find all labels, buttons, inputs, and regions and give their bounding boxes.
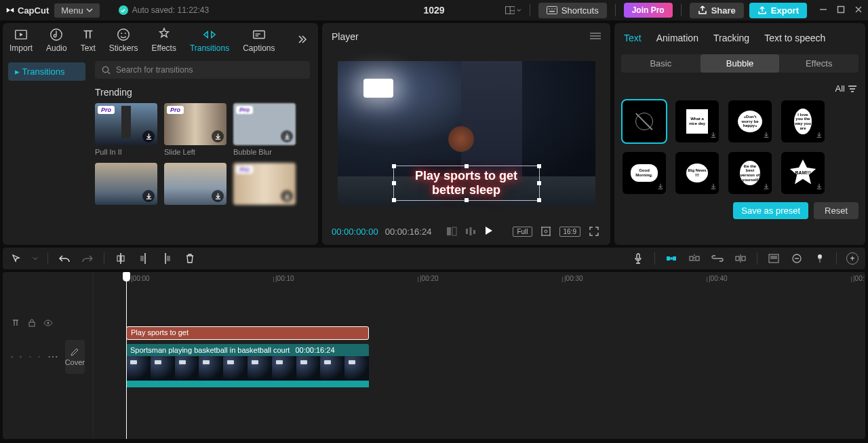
download-icon[interactable] xyxy=(212,130,224,142)
video-track-icon xyxy=(11,352,13,362)
close-button[interactable] xyxy=(854,5,863,16)
svg-rect-48 xyxy=(770,256,777,259)
bubble-preset[interactable]: Big News !!! xyxy=(675,152,719,194)
lock-icon[interactable] xyxy=(27,318,37,328)
clip-preview-button[interactable] xyxy=(767,252,781,265)
subtab-bubble[interactable]: Bubble xyxy=(701,54,780,73)
more-track-options[interactable]: ⋯ xyxy=(47,353,58,360)
transition-thumb[interactable]: Pro xyxy=(233,163,296,205)
tab-import[interactable]: Import xyxy=(9,27,33,53)
tab-transitions[interactable]: Transitions xyxy=(190,27,229,53)
zoom-slider[interactable] xyxy=(813,252,827,265)
eye-icon[interactable] xyxy=(29,352,31,362)
share-button[interactable]: Share xyxy=(690,3,744,18)
bubble-preset[interactable]: Be the best version of yourself xyxy=(728,152,772,194)
sidebar-item-transitions[interactable]: ▸ Transitions xyxy=(8,62,85,81)
player-menu-icon[interactable] xyxy=(590,32,601,42)
compare-icon[interactable] xyxy=(445,225,458,238)
ratio-button[interactable]: 16:9 xyxy=(559,227,580,237)
mute-icon[interactable] xyxy=(38,352,40,362)
auto-snap-button[interactable] xyxy=(688,252,701,265)
shortcuts-button[interactable]: Shortcuts xyxy=(538,3,607,18)
split-button[interactable] xyxy=(114,252,127,265)
download-icon[interactable] xyxy=(142,190,155,202)
bubble-preset[interactable]: I love you the way you are xyxy=(781,100,825,142)
record-audio-button[interactable] xyxy=(631,252,645,265)
subtab-effects[interactable]: Effects xyxy=(779,54,859,73)
transition-thumb[interactable] xyxy=(164,163,226,205)
search-input[interactable]: Search for transitions xyxy=(95,61,310,79)
video-preview[interactable]: Play sports to get better sleep xyxy=(338,61,595,206)
tab-animation[interactable]: Animation xyxy=(656,33,698,43)
join-pro-button[interactable]: Join Pro xyxy=(624,3,673,18)
subtab-basic[interactable]: Basic xyxy=(621,54,701,73)
bubble-preset[interactable]: BAM!!! xyxy=(781,152,825,194)
quality-icon[interactable] xyxy=(464,225,477,238)
download-icon[interactable] xyxy=(710,130,717,140)
chevron-down-icon[interactable] xyxy=(33,256,38,261)
download-icon[interactable] xyxy=(763,182,770,192)
download-icon[interactable] xyxy=(710,182,717,192)
delete-button[interactable] xyxy=(183,252,197,265)
download-icon[interactable] xyxy=(657,182,664,192)
zoom-in-button[interactable]: + xyxy=(846,252,859,265)
linkage-button[interactable] xyxy=(711,252,724,265)
download-icon[interactable] xyxy=(281,190,293,202)
download-icon[interactable] xyxy=(763,130,770,140)
tab-text[interactable]: Text xyxy=(624,33,642,43)
save-preset-button[interactable]: Save as preset xyxy=(733,202,808,219)
text-overlay[interactable]: Play sports to get better sleep xyxy=(393,166,540,200)
lock-icon[interactable] xyxy=(20,352,22,362)
transition-thumb[interactable]: Pro Pull In II xyxy=(95,103,157,156)
download-icon[interactable] xyxy=(816,182,823,192)
menu-button[interactable]: Menu xyxy=(54,3,100,18)
playhead[interactable] xyxy=(126,272,127,439)
project-title[interactable]: 1029 xyxy=(423,5,444,16)
tab-captions[interactable]: Captions xyxy=(243,27,275,53)
layout-button[interactable] xyxy=(505,2,521,18)
delete-right-button[interactable] xyxy=(160,252,174,265)
bubble-preset[interactable]: «Don't worry be happy» xyxy=(728,100,772,142)
download-icon[interactable] xyxy=(281,130,293,142)
tab-effects[interactable]: Effects xyxy=(151,27,176,53)
main-track-magnet-button[interactable] xyxy=(665,252,678,265)
tab-tracking[interactable]: Tracking xyxy=(713,33,749,43)
undo-button[interactable] xyxy=(58,252,71,265)
video-clip[interactable]: Sportsman playing basketball in basketba… xyxy=(126,344,369,390)
preview-axis-button[interactable] xyxy=(734,252,747,265)
thumb-label: Slide Left xyxy=(164,148,226,156)
maximize-button[interactable] xyxy=(837,5,845,16)
bubble-preset[interactable]: Good Morning. xyxy=(623,152,666,194)
eye-icon[interactable] xyxy=(43,318,53,328)
more-tabs-button[interactable] xyxy=(292,30,311,51)
tab-stickers[interactable]: Stickers xyxy=(109,27,138,53)
transition-thumb[interactable]: Pro Slide Left xyxy=(164,103,226,156)
download-icon[interactable] xyxy=(816,130,823,140)
transition-thumb[interactable] xyxy=(95,163,157,205)
bubble-none[interactable] xyxy=(623,100,666,142)
crop-icon[interactable] xyxy=(539,225,553,238)
tab-tts[interactable]: Text to speech xyxy=(764,33,825,43)
download-icon[interactable] xyxy=(212,190,224,202)
tab-audio[interactable]: Audio xyxy=(46,27,67,53)
player-title: Player xyxy=(332,31,359,42)
delete-left-button[interactable] xyxy=(137,252,151,265)
tab-text[interactable]: Text xyxy=(81,27,96,53)
reset-button[interactable]: Reset xyxy=(814,202,859,219)
filter-all-button[interactable]: All xyxy=(835,83,857,94)
export-button[interactable]: Export xyxy=(749,3,807,18)
fullscreen-icon[interactable] xyxy=(587,225,601,238)
cover-button[interactable]: Cover xyxy=(65,340,85,374)
download-icon[interactable] xyxy=(142,130,155,142)
zoom-out-button[interactable] xyxy=(790,252,804,265)
svg-point-53 xyxy=(47,322,50,324)
full-button[interactable]: Full xyxy=(513,227,532,237)
play-button[interactable] xyxy=(483,225,494,238)
bubble-preset[interactable]: What a nice day xyxy=(675,100,719,142)
minimize-button[interactable] xyxy=(819,5,827,16)
transition-thumb[interactable]: Pro Bubble Blur xyxy=(233,103,296,156)
text-clip[interactable]: Play sports to get xyxy=(126,326,369,340)
selection-tool[interactable] xyxy=(9,252,23,265)
redo-button[interactable] xyxy=(81,252,94,265)
timeline-ruler[interactable]: |00:00 |00:10 |00:20 |00:30 |00:40 |00: xyxy=(94,275,865,288)
